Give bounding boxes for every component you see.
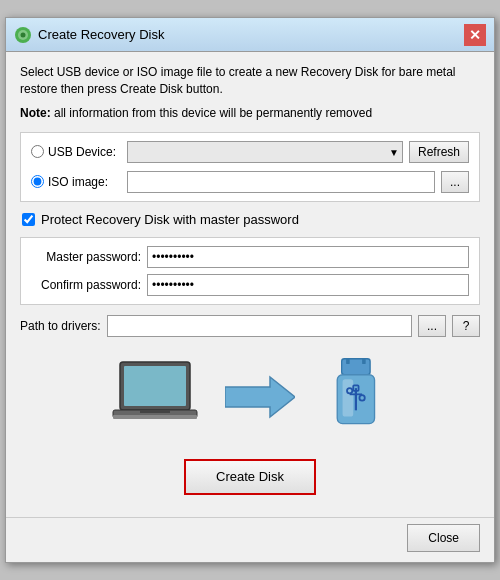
note-text: Note: all information from this device w…: [20, 106, 480, 120]
master-password-input[interactable]: [147, 246, 469, 268]
drivers-row: Path to drivers: C:\Program Files\WinPE_…: [20, 315, 480, 337]
close-footer-button[interactable]: Close: [407, 524, 480, 552]
svg-point-2: [21, 32, 26, 37]
arrow-icon: [225, 372, 295, 422]
confirm-password-row: Confirm password:: [31, 274, 469, 296]
titlebar-left: Create Recovery Disk: [14, 26, 164, 44]
master-password-row: Master password:: [31, 246, 469, 268]
usb-row: USB Device: ▼ Refresh: [31, 141, 469, 163]
dialog-window: Create Recovery Disk ✕ Select USB device…: [5, 17, 495, 563]
drivers-label: Path to drivers:: [20, 319, 101, 333]
usb-radio[interactable]: [31, 145, 44, 158]
iso-radio-label[interactable]: ISO image:: [31, 175, 121, 189]
svg-rect-11: [346, 359, 350, 364]
window-title: Create Recovery Disk: [38, 27, 164, 42]
drivers-help-button[interactable]: ?: [452, 315, 480, 337]
usb-radio-label[interactable]: USB Device:: [31, 145, 121, 159]
svg-rect-9: [342, 359, 370, 375]
iso-browse-button[interactable]: ...: [441, 171, 469, 193]
laptop-icon: [105, 357, 205, 437]
svg-rect-4: [124, 366, 186, 406]
usb-dropdown[interactable]: [127, 141, 403, 163]
usb-dropdown-wrapper: ▼: [127, 141, 403, 163]
svg-rect-7: [140, 410, 170, 413]
description-text: Select USB device or ISO image file to c…: [20, 64, 480, 98]
svg-rect-13: [343, 379, 354, 416]
app-icon: [14, 26, 32, 44]
source-section: USB Device: ▼ Refresh ISO image: C:\Prog…: [20, 132, 480, 202]
svg-rect-12: [362, 359, 366, 364]
note-body: all information from this device will be…: [51, 106, 372, 120]
drivers-browse-button[interactable]: ...: [418, 315, 446, 337]
protect-label: Protect Recovery Disk with master passwo…: [41, 212, 299, 227]
close-button[interactable]: ✕: [464, 24, 486, 46]
master-password-label: Master password:: [31, 250, 141, 264]
note-label: Note:: [20, 106, 51, 120]
iso-radio[interactable]: [31, 175, 44, 188]
iso-path-input[interactable]: C:\Program Files\CloudBerryLab\recovery_…: [127, 171, 435, 193]
protect-checkbox[interactable]: [22, 213, 35, 226]
svg-rect-6: [113, 415, 197, 419]
password-section: Master password: Confirm password:: [20, 237, 480, 305]
refresh-button[interactable]: Refresh: [409, 141, 469, 163]
dialog-footer: Close: [6, 517, 494, 562]
usb-drive-icon: [315, 357, 395, 437]
confirm-password-label: Confirm password:: [31, 278, 141, 292]
titlebar: Create Recovery Disk ✕: [6, 18, 494, 52]
dialog-content: Select USB device or ISO image file to c…: [6, 52, 494, 517]
usb-label: USB Device:: [48, 145, 116, 159]
create-disk-row: Create Disk: [20, 459, 480, 495]
protect-checkbox-row: Protect Recovery Disk with master passwo…: [20, 212, 480, 227]
iso-label: ISO image:: [48, 175, 108, 189]
drivers-path-input[interactable]: C:\Program Files\WinPE_Drivers: [107, 315, 412, 337]
svg-marker-8: [225, 377, 295, 417]
confirm-password-input[interactable]: [147, 274, 469, 296]
create-disk-button[interactable]: Create Disk: [184, 459, 316, 495]
illustration-area: [20, 349, 480, 445]
iso-row: ISO image: C:\Program Files\CloudBerryLa…: [31, 171, 469, 193]
